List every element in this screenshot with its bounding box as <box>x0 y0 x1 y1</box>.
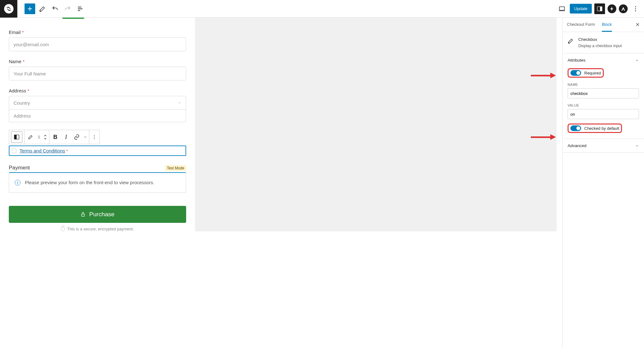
svg-point-9 <box>39 136 40 136</box>
address-input[interactable] <box>9 110 186 122</box>
block-type-icon[interactable] <box>11 131 22 143</box>
email-input[interactable] <box>9 37 186 51</box>
required-label: Required <box>584 71 601 75</box>
payment-notice-text: Please preview your form on the front-en… <box>25 179 154 186</box>
lock-icon <box>80 212 86 217</box>
required-toggle[interactable] <box>570 70 581 76</box>
secondary-column-placeholder[interactable] <box>195 18 557 231</box>
close-sidebar-button[interactable]: ✕ <box>633 20 642 29</box>
svg-rect-2 <box>600 7 602 11</box>
add-block-button[interactable] <box>25 3 35 14</box>
chevron-up-icon <box>43 134 47 137</box>
svg-point-14 <box>94 135 95 136</box>
main-area: Email * Name * Address * Country <box>0 18 644 347</box>
svg-point-13 <box>39 138 40 139</box>
block-info-header: Checkbox Display a checkbox input <box>563 32 644 53</box>
svg-point-12 <box>38 138 39 139</box>
purchase-button[interactable]: Purchase <box>9 206 186 223</box>
block-toolbar: B I <box>9 130 100 144</box>
payment-header: Payment Test Mode <box>9 165 186 171</box>
required-highlight: Required <box>568 68 604 78</box>
app-logo[interactable] <box>0 0 18 18</box>
country-placeholder: Country <box>14 100 30 106</box>
svg-point-16 <box>94 138 95 139</box>
advanced-panel-toggle[interactable]: Advanced <box>563 139 644 152</box>
editor-canvas[interactable]: Email * Name * Address * Country <box>0 18 562 347</box>
redo-button[interactable] <box>62 3 73 14</box>
edit-as-html-button[interactable] <box>25 130 36 144</box>
attributes-panel: Attributes Required NAME VALUE Checked b… <box>563 53 644 139</box>
drag-handle[interactable] <box>36 130 42 144</box>
address-field-block[interactable]: Address * Country <box>9 88 186 122</box>
svg-point-3 <box>635 6 636 7</box>
move-buttons[interactable] <box>42 130 48 144</box>
terms-link[interactable]: Terms and Conditions <box>19 148 65 153</box>
svg-rect-17 <box>81 214 84 216</box>
address-label: Address * <box>9 88 186 93</box>
email-field-block[interactable]: Email * <box>9 30 186 51</box>
svg-point-15 <box>94 137 95 137</box>
name-label: Name * <box>9 59 186 64</box>
name-attr-input[interactable] <box>568 88 639 98</box>
update-button[interactable]: Update <box>570 4 592 14</box>
svg-point-4 <box>635 8 636 9</box>
attributes-label: Attributes <box>568 58 586 63</box>
astra-icon[interactable] <box>619 4 628 13</box>
bold-button[interactable]: B <box>50 130 61 144</box>
name-attr-label: NAME <box>568 83 639 86</box>
tab-checkout-form[interactable]: Checkout Form <box>567 18 595 32</box>
name-input[interactable] <box>9 67 186 80</box>
options-menu[interactable] <box>630 3 641 14</box>
advanced-label: Advanced <box>568 143 586 148</box>
link-button[interactable] <box>71 130 82 144</box>
view-button[interactable] <box>557 3 567 14</box>
toolbar-right: Update <box>557 3 641 14</box>
test-mode-badge: Test Mode <box>165 165 186 171</box>
value-attr-label: VALUE <box>568 103 639 107</box>
name-field-block[interactable]: Name * <box>9 59 186 80</box>
terms-checkbox[interactable] <box>12 149 16 153</box>
settings-panel-toggle[interactable] <box>594 3 605 14</box>
advanced-panel: Advanced <box>563 139 644 153</box>
terms-checkbox-block[interactable]: Terms and Conditions * <box>9 146 186 156</box>
checked-default-toggle[interactable] <box>570 125 581 131</box>
chevron-up-icon <box>635 58 639 62</box>
info-icon: i <box>15 180 20 185</box>
block-title: Checkbox <box>578 37 622 42</box>
country-select[interactable]: Country <box>9 96 186 110</box>
more-rich-text-button[interactable] <box>82 130 88 144</box>
payment-placeholder[interactable]: i Please preview your form on the front-… <box>9 172 186 193</box>
italic-button[interactable]: I <box>61 130 71 144</box>
svg-rect-0 <box>559 7 565 10</box>
checked-default-label: Checked by default <box>584 126 619 131</box>
outline-button[interactable] <box>75 3 86 14</box>
svg-point-5 <box>635 10 636 11</box>
chevron-down-icon <box>635 144 639 148</box>
chevron-down-icon <box>178 101 181 105</box>
svg-point-10 <box>38 137 39 137</box>
edit-mode-button[interactable] <box>37 3 48 14</box>
surecart-icon[interactable] <box>608 4 616 13</box>
undo-button[interactable] <box>50 3 60 14</box>
checked-default-highlight: Checked by default <box>568 124 622 133</box>
secure-note: This is a secure, encrypted payment. <box>9 227 186 231</box>
chevron-down-icon <box>43 137 47 140</box>
block-options-button[interactable] <box>90 130 99 144</box>
lock-small-icon <box>61 227 64 231</box>
email-label: Email * <box>9 30 186 35</box>
svg-point-11 <box>39 137 40 137</box>
svg-point-8 <box>38 136 39 136</box>
sidebar-tabs: Checkout Form Block ✕ <box>563 18 644 32</box>
svg-rect-7 <box>14 135 17 139</box>
toolbar-left <box>0 0 86 18</box>
block-description: Display a checkbox input <box>578 44 622 48</box>
pencil-icon <box>568 38 574 44</box>
settings-sidebar: Checkout Form Block ✕ Checkbox Display a… <box>562 18 644 347</box>
top-toolbar: Update <box>0 0 644 18</box>
tab-block[interactable]: Block <box>602 18 612 32</box>
required-mark: * <box>66 149 68 153</box>
value-attr-input[interactable] <box>568 109 639 119</box>
attributes-panel-toggle[interactable]: Attributes <box>563 53 644 67</box>
payment-label: Payment <box>9 165 30 171</box>
